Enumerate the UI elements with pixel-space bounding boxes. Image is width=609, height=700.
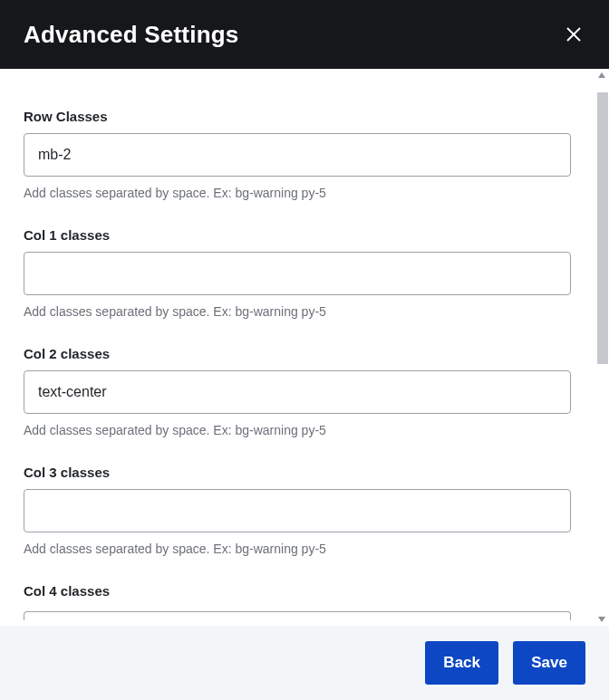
close-icon (566, 26, 582, 43)
scroll-thumb[interactable] (597, 92, 608, 364)
modal-body: Row Classes Add classes separated by spa… (0, 69, 594, 626)
row-classes-help: Add classes separated by space. Ex: bg-w… (24, 186, 571, 200)
col2-classes-field: Col 2 classes Add classes separated by s… (24, 346, 571, 437)
col1-classes-label: Col 1 classes (24, 227, 571, 243)
close-button[interactable] (562, 23, 585, 46)
scroll-up-icon[interactable] (594, 69, 609, 82)
advanced-settings-modal: Advanced Settings Row Classes Add classe… (0, 0, 609, 700)
modal-body-wrapper: Row Classes Add classes separated by spa… (0, 69, 609, 626)
col2-classes-label: Col 2 classes (24, 346, 571, 361)
col4-classes-input[interactable] (24, 611, 571, 620)
col3-classes-input[interactable] (24, 489, 571, 532)
modal-footer: Back Save (0, 626, 609, 700)
modal-title: Advanced Settings (24, 21, 238, 49)
scroll-down-icon[interactable] (594, 613, 609, 626)
scrollbar[interactable] (594, 69, 609, 626)
col3-classes-field: Col 3 classes Add classes separated by s… (24, 465, 571, 556)
col2-classes-help: Add classes separated by space. Ex: bg-w… (24, 423, 571, 437)
col1-classes-field: Col 1 classes Add classes separated by s… (24, 227, 571, 319)
modal-header: Advanced Settings (0, 0, 609, 69)
col3-classes-help: Add classes separated by space. Ex: bg-w… (24, 542, 571, 556)
row-classes-label: Row Classes (24, 109, 571, 124)
row-classes-input[interactable] (24, 133, 571, 177)
save-button[interactable]: Save (513, 641, 585, 685)
col1-classes-input[interactable] (24, 252, 571, 295)
col4-classes-field: Col 4 classes (24, 583, 571, 624)
col4-classes-label: Col 4 classes (24, 583, 571, 599)
svg-marker-2 (598, 72, 605, 78)
col3-classes-label: Col 3 classes (24, 465, 571, 480)
col2-classes-input[interactable] (24, 370, 571, 414)
back-button[interactable]: Back (425, 641, 498, 685)
svg-marker-3 (598, 617, 605, 622)
row-classes-field: Row Classes Add classes separated by spa… (24, 109, 571, 200)
col1-classes-help: Add classes separated by space. Ex: bg-w… (24, 304, 571, 319)
